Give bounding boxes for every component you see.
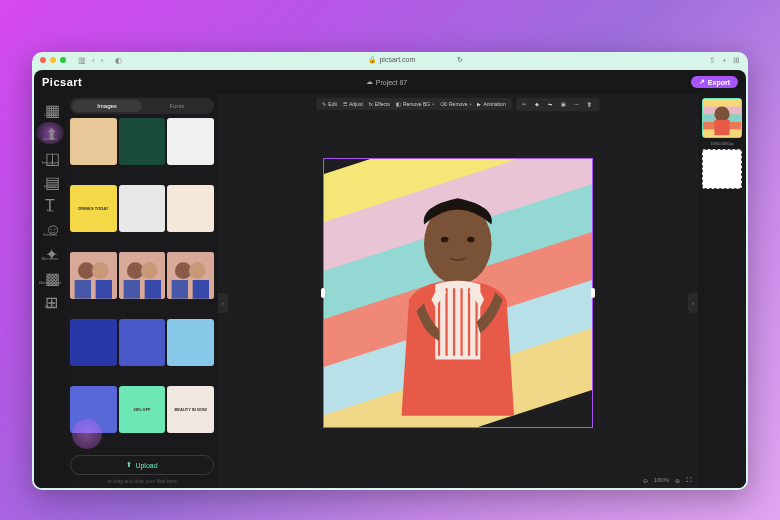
sidebar-item-templates[interactable]: ◫Templates — [36, 146, 64, 168]
svg-rect-8 — [123, 280, 139, 299]
status-bar: ⊖ 100% ⊕ ⛶ — [218, 472, 698, 488]
tab-images[interactable]: Images — [72, 100, 142, 112]
reader-icon[interactable]: ◐ — [115, 56, 122, 65]
lock-icon: 🔒 — [368, 56, 377, 63]
page-thumb-1[interactable] — [702, 98, 742, 138]
canvas-image[interactable] — [324, 159, 592, 427]
zoom-out-icon[interactable]: ⊖ — [643, 477, 648, 484]
remove-button[interactable]: ⌫Remove● — [438, 100, 473, 108]
collapse-left-icon[interactable]: ‹ — [218, 293, 228, 313]
reload-icon[interactable]: ↻ — [457, 56, 463, 63]
main-area: ▦Layout⬆Uploads◫Templates▤PhotosTText☺St… — [34, 94, 746, 488]
thumb-4[interactable] — [119, 185, 166, 232]
elements-icon: ✦ — [45, 245, 55, 255]
resize-handle-left[interactable] — [321, 288, 325, 298]
erase-button[interactable]: ◆ — [533, 100, 544, 109]
animation-button[interactable]: ▶Animation — [475, 100, 507, 108]
thumb-1[interactable] — [119, 118, 166, 165]
thumb-7[interactable] — [119, 252, 166, 299]
drag-hint: or drag and drop your files here — [70, 478, 214, 484]
sidebar-item-uploads[interactable]: ⬆Uploads — [36, 122, 64, 144]
edit-icon: ✎ — [322, 101, 326, 107]
zoom-dot[interactable] — [60, 57, 66, 63]
minimize-dot[interactable] — [50, 57, 56, 63]
thumb-14[interactable]: BEAUTY IN NOW — [167, 386, 214, 433]
address-bar[interactable]: 🔒picsart.com ↻ — [126, 56, 705, 64]
project-title[interactable]: ☁ Project 87 — [366, 78, 408, 86]
tab-fonts[interactable]: Fonts — [142, 100, 212, 112]
left-sidebar: ▦Layout⬆Uploads◫Templates▤PhotosTText☺St… — [34, 94, 66, 488]
removebg-icon: ◧ — [396, 101, 401, 107]
export-button[interactable]: ↗ Export — [691, 76, 738, 88]
uploads-panel: Images Fonts DRINKS TODAY20% OFFBEAUTY I… — [66, 94, 218, 488]
thumb-12[interactable] — [70, 386, 117, 433]
sidebar-item-stickers[interactable]: ☺Stickers — [36, 218, 64, 240]
thumbnail-grid: DRINKS TODAY20% OFFBEAUTY IN NOW — [70, 118, 214, 451]
back-icon[interactable]: ‹ — [92, 56, 95, 65]
more-button[interactable]: ⋯ — [572, 100, 583, 109]
cloud-icon: ☁ — [366, 78, 373, 86]
photos-icon: ▤ — [45, 173, 55, 183]
crop-button[interactable]: ✂ — [520, 100, 531, 109]
removebg-button[interactable]: ◧Remove BG● — [394, 100, 436, 108]
adjust-icon: ☰ — [343, 101, 347, 107]
thumb-6[interactable] — [70, 252, 117, 299]
thumb-11[interactable] — [167, 319, 214, 366]
effects-button[interactable]: fxEffects — [367, 100, 392, 108]
tabs-icon[interactable]: ⊞ — [733, 56, 740, 65]
pages-panel: 1080x1080px — [698, 94, 746, 488]
adjust-button[interactable]: ☰Adjust — [341, 100, 365, 108]
thumb-10[interactable] — [119, 319, 166, 366]
upload-icon: ⬆ — [126, 461, 132, 469]
resize-handle-right[interactable] — [591, 288, 595, 298]
svg-rect-4 — [96, 280, 112, 299]
nav-buttons: ▥ ‹ › — [78, 56, 103, 65]
share-icon[interactable]: ⇪ — [709, 56, 716, 65]
remove-icon: ⌫ — [440, 101, 447, 107]
add-page-thumb[interactable] — [702, 149, 742, 189]
flip-button[interactable]: ⇋ — [546, 100, 557, 109]
more-icon: ⋯ — [574, 101, 581, 108]
collapse-right-icon[interactable]: › — [688, 293, 698, 313]
thumb-5[interactable] — [167, 185, 214, 232]
stickers-icon: ☺ — [45, 221, 55, 231]
svg-point-16 — [441, 237, 449, 243]
thumb-13[interactable]: 20% OFF — [119, 386, 166, 433]
edit-button[interactable]: ✎Edit — [320, 100, 339, 108]
crop-icon: ✂ — [522, 101, 529, 108]
batch-icon: ⊞ — [45, 293, 55, 303]
canvas-viewport[interactable]: ‹ — [218, 114, 698, 472]
artboard[interactable] — [323, 158, 593, 428]
zoom-level[interactable]: 100% — [654, 477, 669, 483]
upload-button[interactable]: ⬆ Upload — [70, 455, 214, 475]
animation-icon: ▶ — [477, 101, 481, 107]
templates-icon: ◫ — [45, 149, 55, 159]
logo[interactable]: Picsart — [42, 76, 82, 88]
browser-window: ▥ ‹ › ◐ 🔒picsart.com ↻ ⇪ + ⊞ Picsart ☁ P… — [32, 52, 748, 490]
layer-button[interactable]: ▣ — [559, 100, 570, 109]
context-toolbar: ✎Edit ☰Adjust fxEffects ◧Remove BG● ⌫Rem… — [218, 94, 698, 114]
svg-point-28 — [714, 107, 729, 122]
thumb-3[interactable]: DRINKS TODAY — [70, 185, 117, 232]
sidebar-item-background[interactable]: ▩Background — [36, 266, 64, 288]
erase-icon: ◆ — [535, 101, 542, 108]
sidebar-item-batch[interactable]: ⊞Batch — [36, 290, 64, 312]
thumb-8[interactable] — [167, 252, 214, 299]
sidebar-toggle-icon[interactable]: ▥ — [78, 56, 86, 65]
svg-rect-13 — [172, 280, 188, 299]
svg-rect-14 — [193, 280, 209, 299]
new-tab-icon[interactable]: + — [722, 56, 727, 65]
close-dot[interactable] — [40, 57, 46, 63]
thumb-9[interactable] — [70, 319, 117, 366]
thumb-0[interactable] — [70, 118, 117, 165]
thumb-2[interactable] — [167, 118, 214, 165]
zoom-in-icon[interactable]: ⊕ — [675, 477, 680, 484]
delete-button[interactable]: 🗑 — [585, 100, 596, 109]
fit-icon[interactable]: ⛶ — [686, 477, 692, 483]
svg-point-12 — [189, 262, 206, 279]
sidebar-item-layout[interactable]: ▦Layout — [36, 98, 64, 120]
forward-icon[interactable]: › — [101, 56, 104, 65]
sidebar-item-elements[interactable]: ✦Elements — [36, 242, 64, 264]
sidebar-item-photos[interactable]: ▤Photos — [36, 170, 64, 192]
sidebar-item-text[interactable]: TText — [36, 194, 64, 216]
